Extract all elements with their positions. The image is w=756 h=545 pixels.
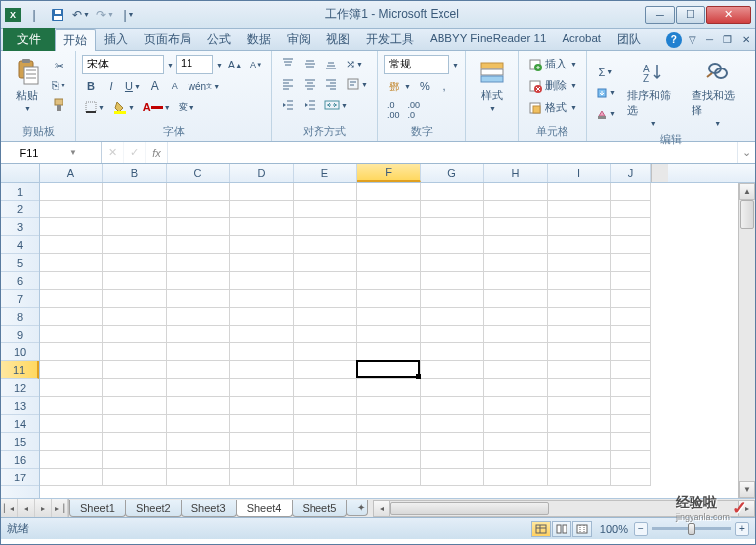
sheet-tab[interactable]: Sheet3: [181, 500, 237, 517]
cell[interactable]: [357, 218, 421, 236]
cell[interactable]: [611, 290, 651, 308]
row-header[interactable]: 14: [1, 415, 39, 433]
cell[interactable]: [103, 201, 167, 218]
cell[interactable]: [103, 326, 167, 343]
paste-button[interactable]: 粘贴 ▼: [7, 55, 47, 116]
cell[interactable]: [294, 308, 357, 326]
font-color-button[interactable]: A▼: [140, 98, 174, 116]
cell[interactable]: [294, 397, 357, 415]
doc-close-button[interactable]: ✕: [739, 34, 753, 45]
cell[interactable]: [611, 326, 651, 343]
cell[interactable]: [421, 236, 484, 254]
align-top-button[interactable]: [278, 55, 298, 72]
cell[interactable]: [421, 379, 484, 397]
cell[interactable]: [230, 308, 294, 326]
cell[interactable]: [294, 183, 357, 201]
column-header[interactable]: B: [103, 164, 167, 182]
cell[interactable]: [294, 290, 357, 308]
cell[interactable]: [421, 451, 484, 469]
cell-styles-button[interactable]: 样式 ▼: [472, 55, 512, 116]
cell[interactable]: [548, 308, 611, 326]
border-button[interactable]: ▼: [82, 98, 108, 116]
decrease-indent-button[interactable]: [278, 96, 298, 114]
cell[interactable]: [611, 236, 651, 254]
cell[interactable]: [40, 183, 103, 201]
ribbon-tab[interactable]: 审阅: [279, 29, 318, 51]
cell[interactable]: [230, 379, 294, 397]
name-box[interactable]: F11 ▼: [1, 142, 102, 163]
row-header[interactable]: 15: [1, 433, 39, 451]
cell[interactable]: [40, 343, 103, 361]
cell[interactable]: [611, 397, 651, 415]
format-cells-button[interactable]: 格式▼: [525, 98, 580, 117]
file-tab[interactable]: 文件: [3, 28, 55, 51]
save-button[interactable]: [47, 4, 68, 26]
name-dropdown-icon[interactable]: ▼: [52, 148, 95, 157]
first-sheet-button[interactable]: ▏◂: [1, 499, 18, 517]
cell[interactable]: [103, 361, 167, 379]
cell[interactable]: [103, 236, 167, 254]
cell[interactable]: [421, 308, 484, 326]
format-dropdown-icon[interactable]: ▼: [452, 62, 459, 68]
cell[interactable]: [357, 379, 421, 397]
normal-view-button[interactable]: [531, 521, 551, 537]
cell[interactable]: [167, 397, 230, 415]
align-middle-button[interactable]: [300, 55, 319, 72]
cell[interactable]: [167, 236, 230, 254]
cell[interactable]: [103, 308, 167, 326]
cell[interactable]: [40, 361, 103, 379]
scroll-up-button[interactable]: ▲: [739, 183, 755, 200]
row-header[interactable]: 10: [1, 343, 39, 361]
ribbon-tab[interactable]: 视图: [318, 29, 358, 51]
cell[interactable]: [167, 272, 230, 290]
cell[interactable]: [357, 451, 421, 469]
sheet-tab[interactable]: Sheet2: [125, 500, 182, 517]
cell[interactable]: [357, 397, 421, 415]
fill-button[interactable]: ▼: [593, 84, 619, 102]
column-header[interactable]: J: [611, 164, 651, 182]
cell[interactable]: [167, 308, 230, 326]
next-sheet-button[interactable]: ▸: [35, 499, 52, 517]
help-button[interactable]: ?: [666, 32, 682, 48]
cell[interactable]: [40, 397, 103, 415]
ribbon-tab[interactable]: 数据: [239, 29, 279, 51]
row-header[interactable]: 9: [1, 326, 39, 343]
accounting-button[interactable]: 鄧▼: [384, 77, 414, 95]
row-header[interactable]: 5: [1, 254, 39, 272]
font-grow-button[interactable]: A: [146, 77, 164, 95]
cell[interactable]: [167, 361, 230, 379]
cell[interactable]: [230, 415, 294, 433]
column-header[interactable]: E: [294, 164, 357, 182]
cell[interactable]: [294, 326, 357, 343]
cell[interactable]: [357, 201, 421, 218]
cell[interactable]: [167, 183, 230, 201]
wrap-text-button[interactable]: ▼: [343, 75, 371, 93]
cell[interactable]: [611, 183, 651, 201]
cell[interactable]: [103, 379, 167, 397]
cell[interactable]: [548, 290, 611, 308]
cell[interactable]: [484, 308, 548, 326]
ribbon-tab[interactable]: 插入: [96, 29, 136, 51]
cell[interactable]: [357, 308, 421, 326]
cell[interactable]: [294, 236, 357, 254]
cell[interactable]: [548, 254, 611, 272]
format-painter-button[interactable]: [49, 96, 69, 114]
row-header[interactable]: 7: [1, 290, 39, 308]
cell[interactable]: [167, 254, 230, 272]
cell[interactable]: [167, 451, 230, 469]
cell[interactable]: [294, 218, 357, 236]
align-right-button[interactable]: [321, 75, 341, 93]
cell[interactable]: [421, 218, 484, 236]
row-header[interactable]: 13: [1, 397, 39, 415]
phonetic-button[interactable]: wén文▼: [186, 77, 223, 95]
cell[interactable]: [548, 272, 611, 290]
cell[interactable]: [103, 183, 167, 201]
cell[interactable]: [548, 433, 611, 451]
prev-sheet-button[interactable]: ◂: [18, 499, 35, 517]
cell[interactable]: [548, 183, 611, 201]
cell[interactable]: [40, 415, 103, 433]
cell[interactable]: [484, 201, 548, 218]
cell[interactable]: [611, 343, 651, 361]
cell[interactable]: [484, 415, 548, 433]
cell[interactable]: [103, 272, 167, 290]
